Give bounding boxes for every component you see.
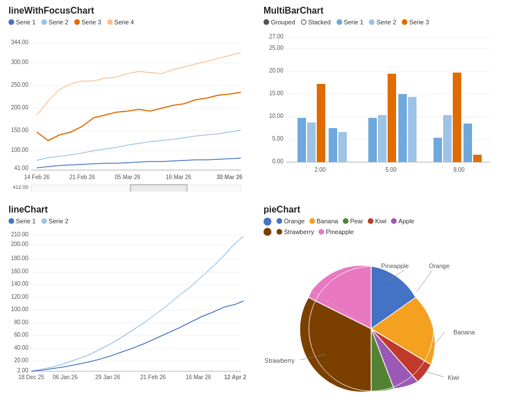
pie-dot-banana (309, 218, 315, 224)
svg-text:41.00: 41.00 (14, 165, 28, 171)
svg-text:06 Jan 26: 06 Jan 26 (53, 374, 78, 380)
legend-dot-mb-serie3 (402, 19, 407, 25)
svg-text:5.00: 5.00 (385, 167, 397, 173)
svg-text:180.00: 180.00 (11, 255, 28, 261)
pie-legend-apple: Apple (391, 218, 414, 224)
line-chart-title: lineChart (8, 205, 246, 215)
svg-line-103 (416, 270, 432, 292)
legend-dot-serie3 (74, 19, 80, 25)
svg-text:300.00: 300.00 (11, 59, 28, 65)
pie-dot-orange (277, 218, 282, 224)
svg-rect-59 (464, 124, 472, 162)
legend-stacked: Stacked (301, 19, 331, 26)
legend-label-mb-serie3: Serie 3 (409, 19, 429, 26)
multi-bar-chart-section: MultiBarChart Grouped Stacked Serie 1 Se… (255, 0, 510, 199)
svg-text:15.00: 15.00 (269, 90, 283, 96)
svg-text:60.00: 60.00 (14, 332, 28, 338)
legend-item-serie2: Serie 2 (41, 19, 69, 26)
svg-text:20.00: 20.00 (14, 357, 28, 363)
pie-legend-row1: Orange Banana Pear Kiwi (277, 218, 414, 224)
legend-label-lc-serie1: Serie 1 (16, 218, 36, 224)
svg-text:150.00: 150.00 (11, 127, 28, 133)
legend-label-serie4: Serie 4 (114, 19, 134, 26)
pie-legend-kiwi: Kiwi (368, 218, 386, 224)
pie-dot-pineapple (318, 229, 324, 235)
pie-label-pear: Pear (350, 218, 363, 224)
svg-rect-52 (378, 115, 386, 162)
svg-rect-48 (317, 84, 325, 162)
svg-rect-60 (473, 155, 482, 162)
line-chart-legend: Serie 1 Serie 2 (8, 218, 246, 224)
svg-rect-56 (434, 138, 442, 162)
pie-slice-label-banana: Banana (453, 329, 475, 336)
svg-text:27.00: 27.00 (269, 33, 283, 40)
pie-label-kiwi: Kiwi (375, 218, 386, 224)
svg-text:8.00: 8.00 (453, 167, 465, 173)
line-chart-section: lineChart Serie 1 Serie 2 210.00 200.00 … (0, 199, 255, 413)
legend-label-serie1: Serie 1 (16, 19, 36, 26)
legend-dot-lc-serie1 (8, 218, 14, 224)
multi-bar-chart-title: MultiBarChart (264, 6, 502, 16)
pie-dot-strawberry (277, 229, 282, 235)
legend-dot-grouped (264, 19, 269, 25)
legend-mb-serie3: Serie 3 (402, 19, 429, 26)
svg-line-104 (434, 332, 445, 346)
svg-text:18 Dec 25: 18 Dec 25 (18, 374, 44, 380)
svg-text:14 Feb 26: 14 Feb 26 (24, 174, 49, 180)
pie-label-orange: Orange (284, 218, 305, 224)
legend-label-mb-serie2: Serie 2 (376, 19, 396, 26)
legend-item-serie3: Serie 3 (74, 19, 101, 26)
legend-label-serie3: Serie 3 (82, 19, 101, 26)
svg-text:30 Mar 26: 30 Mar 26 (216, 174, 243, 180)
pie-dot-apple (391, 218, 397, 224)
pie-slice-label-strawberry: Strawberry (265, 357, 295, 364)
svg-rect-46 (298, 118, 306, 162)
svg-text:80.00: 80.00 (14, 319, 28, 325)
svg-text:160.00: 160.00 (11, 268, 28, 274)
svg-text:200.00: 200.00 (11, 241, 28, 247)
pie-legend-strawberry: Strawberry (277, 228, 314, 235)
pie-chart-section: pieChart Orange Banana (255, 199, 510, 413)
svg-text:250.00: 250.00 (11, 82, 28, 88)
line-with-focus-chart-section: lineWithFocusChart Serie 1 Serie 2 Serie… (0, 0, 255, 199)
legend-dot-mb-serie2 (369, 19, 375, 25)
svg-text:21 Feb 26: 21 Feb 26 (69, 174, 95, 180)
legend-dot-stacked (301, 19, 307, 25)
multi-bar-chart-svg: 27.00 25.00 20.00 15.00 10.00 5.00 0.00 (264, 27, 496, 186)
legend-dot-lc-serie2 (41, 218, 47, 224)
svg-text:40.00: 40.00 (14, 345, 28, 351)
svg-text:5.00: 5.00 (273, 135, 284, 142)
pie-slice-label-pineapple: Pineapple (381, 262, 409, 269)
svg-rect-49 (329, 128, 337, 162)
svg-text:100.00: 100.00 (11, 147, 28, 153)
svg-text:0.00: 0.00 (273, 158, 284, 164)
svg-rect-57 (443, 115, 452, 162)
svg-text:200.00: 200.00 (11, 104, 28, 111)
svg-rect-53 (388, 74, 396, 162)
svg-text:2.00: 2.00 (314, 167, 326, 173)
svg-text:10.00: 10.00 (269, 113, 283, 119)
svg-text:05 Mar 26: 05 Mar 26 (114, 174, 140, 180)
legend-grouped: Grouped (264, 19, 295, 26)
legend-item-serie4: Serie 4 (107, 19, 134, 26)
legend-lc-serie2: Serie 2 (41, 218, 69, 224)
legend-lc-serie1: Serie 1 (8, 218, 36, 224)
legend-dot-serie1 (8, 19, 14, 25)
svg-text:140.00: 140.00 (11, 281, 28, 287)
svg-rect-55 (408, 97, 416, 162)
svg-text:210.00: 210.00 (11, 231, 28, 237)
svg-text:20.00: 20.00 (269, 67, 283, 74)
svg-rect-24 (130, 185, 187, 192)
legend-label-grouped: Grouped (271, 19, 295, 26)
legend-label-lc-serie2: Serie 2 (49, 218, 69, 224)
svg-text:21 Feb 26: 21 Feb 26 (140, 374, 165, 380)
pie-label-strawberry: Strawberry (284, 228, 314, 235)
svg-rect-50 (338, 132, 347, 162)
svg-text:29 Jan 26: 29 Jan 26 (95, 374, 120, 380)
legend-dot-serie2 (41, 19, 47, 25)
pie-legend-pear: Pear (343, 218, 363, 224)
multi-bar-legend: Grouped Stacked Serie 1 Serie 2 Serie 3 (264, 19, 502, 26)
svg-text:412.00: 412.00 (12, 184, 28, 190)
line-chart-svg: 210.00 200.00 180.00 160.00 140.00 120.0… (8, 226, 246, 385)
svg-rect-51 (368, 118, 377, 162)
